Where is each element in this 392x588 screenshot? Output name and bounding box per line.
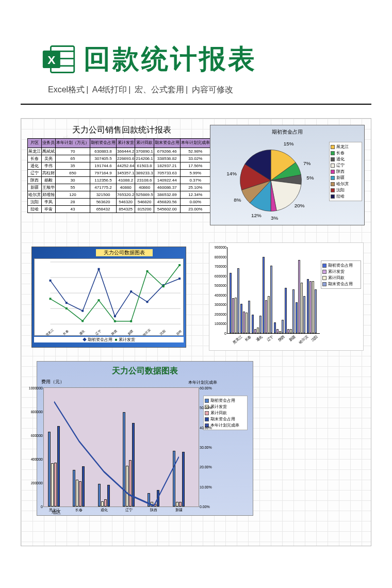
- col-header: 累计发货: [117, 139, 135, 148]
- col-header: 累计回款: [135, 139, 154, 148]
- line-legend: ◆ 期初资金占用 ■ 累计发货: [34, 337, 184, 342]
- legend-item: 长春: [331, 150, 361, 156]
- svg-text:新疆: 新疆: [127, 329, 134, 335]
- svg-text:15%: 15%: [284, 141, 294, 146]
- svg-text:5%: 5%: [306, 175, 314, 181]
- chart-title: 期初资金占用: [213, 127, 362, 137]
- pie-legend: 黑龙江长春通化辽宁陕西新疆哈尔滨沈阳拉哈: [329, 142, 362, 201]
- excel-icon: X: [41, 42, 76, 77]
- svg-text:通化: 通化: [78, 329, 85, 335]
- combo-plot: 020000040000060000080000010000000.00%10.…: [43, 387, 199, 507]
- col-header: 本年计划（万元）: [56, 139, 90, 148]
- legend-item: 累计发货: [322, 269, 360, 274]
- table-row: 新疆王顺华55471775.24086040860460086.3725.10%: [28, 184, 211, 191]
- sub-format: Excel格式: [48, 85, 85, 94]
- col-header: 期末资金占用: [154, 139, 180, 148]
- pie-svg: 15%7%5%20%3%12%8%14%: [213, 137, 329, 224]
- svg-text:陕西: 陕西: [111, 329, 118, 335]
- legend-item: 期初资金占用: [205, 398, 246, 403]
- table-row: 陕西杨毅30112356.541088.223108.6140922.440.3…: [28, 176, 211, 184]
- legend-item: 沈阳: [331, 187, 361, 193]
- col-header: 业务员: [42, 139, 56, 148]
- svg-text:14%: 14%: [226, 171, 237, 176]
- legend-item: 哈尔滨: [331, 181, 361, 187]
- sub-macro: 宏、公式套用: [135, 85, 184, 94]
- sub-header: Excel格式| A4纸打印| 宏、公式套用| 内容可修改: [0, 83, 392, 104]
- legend-item: 新疆: [331, 175, 361, 181]
- legend-item: 拉哈: [331, 193, 361, 199]
- svg-text:8%: 8%: [234, 197, 241, 203]
- chart-title: 天力公司数据图表: [96, 249, 153, 256]
- legend-item: 通化: [331, 156, 361, 162]
- svg-text:X: X: [47, 53, 55, 67]
- col-header: 本年计划完成率: [180, 139, 210, 148]
- y-axis-label: 费用（元）: [41, 379, 249, 385]
- combo-chart: 天力公司数据图表 费用（元） 0200000400000600000800000…: [37, 361, 253, 516]
- header: X 回款统计报表: [0, 0, 392, 83]
- legend-item: 期末资金占用: [322, 281, 360, 287]
- table-row: 拉哈毕青43658432854325815200545602.0023.00%: [28, 205, 211, 213]
- bar-plot: 0100000200000300000400000500000600000700…: [227, 247, 320, 334]
- legend-item: 陕西: [331, 169, 361, 174]
- legend-item: 期初资金占用: [322, 263, 360, 268]
- svg-text:3%: 3%: [271, 215, 279, 221]
- table-row: 哈尔滨郑维翰120321500765320.2525869.5386532.89…: [28, 191, 211, 198]
- legend-item: 期末资金占用: [205, 416, 246, 422]
- spreadsheet-preview: 氢元素 氢元素 氢元素 氢元素 氢元素 天力公司销售回款统计报表 片区业务员本年…: [21, 118, 371, 546]
- combo-legend: 期初资金占用累计发货累计回款期末资金占用本年计划完成率: [203, 396, 248, 430]
- table-row: 黑龙江禹斌斌70630883.8366444.2370890.1679266.4…: [28, 148, 211, 155]
- sub-edit: 内容可修改: [192, 85, 233, 94]
- bar-chart: 0100000200000300000400000500000600000700…: [209, 242, 364, 351]
- table-row: 沈阳李凤28563620546320546820456820.560.00%: [28, 198, 211, 205]
- svg-text:沈阳: 沈阳: [159, 329, 166, 335]
- svg-text:哈尔滨: 哈尔滨: [142, 328, 151, 335]
- col-header: 片区: [28, 139, 42, 148]
- legend-item: 累计发货: [119, 337, 135, 342]
- report-title: 天力公司销售回款统计报表: [52, 125, 191, 136]
- line-chart: 天力公司数据图表 黑龙江长春通化辽宁陕西新疆哈尔滨沈阳拉哈 ◆ 期初资金占用 ■…: [31, 247, 186, 348]
- divider: [21, 104, 371, 105]
- chart-title: 天力公司数据图表: [41, 366, 249, 377]
- table-row: 通化李伟35191744.644252.6461503.8182937.2117…: [28, 162, 211, 169]
- bar-legend: 期初资金占用累计发货累计回款期末资金占用: [321, 260, 361, 289]
- table-row: 长春吴亮65307405.5226693.6214206.1338536.823…: [28, 155, 211, 162]
- pie-chart: 期初资金占用 15%7%5%20%3%12%8%14% 黑龙江长春通化辽宁陕西新…: [210, 125, 365, 225]
- col-header: 期初资金占用: [90, 139, 117, 148]
- page-title: 回款统计报表: [84, 41, 257, 77]
- data-table: 片区业务员本年计划（万元）期初资金占用累计发货累计回款期末资金占用本年计划完成率…: [27, 138, 211, 213]
- legend-item: 辽宁: [331, 162, 361, 168]
- svg-text:20%: 20%: [295, 203, 305, 208]
- svg-text:12%: 12%: [251, 213, 262, 218]
- legend-item: 累计回款: [322, 275, 360, 281]
- legend-item: 期初资金占用: [88, 337, 112, 342]
- table-row: 辽宁高柱财650797164.9345357.1389233.3705733.6…: [28, 169, 211, 176]
- svg-text:黑龙江: 黑龙江: [45, 328, 54, 335]
- svg-text:辽宁: 辽宁: [94, 329, 102, 335]
- legend-item: 黑龙江: [331, 144, 361, 150]
- svg-text:拉哈: 拉哈: [175, 329, 182, 335]
- svg-text:7%: 7%: [303, 160, 311, 166]
- legend-item: 累计回款: [205, 410, 246, 416]
- line-plot: 黑龙江长春通化辽宁陕西新疆哈尔滨沈阳拉哈: [34, 258, 184, 336]
- svg-text:长春: 长春: [62, 329, 69, 335]
- sub-print: A4纸打印: [92, 85, 127, 94]
